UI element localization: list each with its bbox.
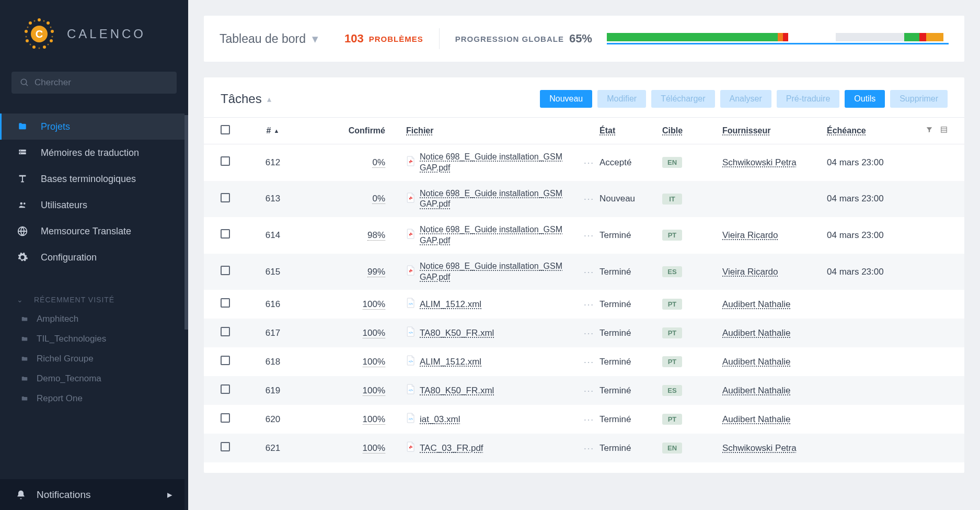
- table-row[interactable]: 618100%</>ALIM_1512.xml⋯TerminéPTAudiber…: [204, 347, 964, 376]
- télécharger-button[interactable]: Télécharger: [651, 90, 714, 108]
- column-state[interactable]: État: [599, 126, 662, 135]
- progress-segment: [926, 33, 943, 41]
- scrollbar-track[interactable]: [185, 0, 188, 510]
- row-confirm: 98%: [299, 230, 385, 241]
- target-badge: PT: [662, 414, 682, 425]
- row-checkbox[interactable]: [221, 298, 230, 308]
- row-confirm: 0%: [299, 194, 385, 204]
- file-cell[interactable]: </>ALIM_1512.xml: [406, 297, 579, 311]
- pré-traduire-button[interactable]: Pré-traduire: [777, 90, 839, 108]
- dashboard-title[interactable]: Tableau de bord ▾: [220, 32, 318, 46]
- column-file[interactable]: Fichier: [385, 126, 579, 135]
- file-cell[interactable]: </>iat_03.xml: [406, 412, 579, 426]
- recent-item[interactable]: TIL_Technologies: [0, 329, 188, 349]
- more-icon[interactable]: ⋯: [583, 157, 595, 168]
- row-confirm: 100%: [299, 299, 385, 310]
- row-checkbox[interactable]: [221, 229, 230, 239]
- svg-point-4: [51, 30, 54, 33]
- outils-button[interactable]: Outils: [845, 90, 885, 108]
- sidebar-item-users[interactable]: Utilisateurs: [0, 192, 188, 218]
- recent-item[interactable]: Richel Groupe: [0, 349, 188, 369]
- column-number[interactable]: #▲: [247, 126, 299, 135]
- column-deadline[interactable]: Échéance: [827, 126, 921, 135]
- table-row[interactable]: 61599%Notice 698_E_Guide installation_GS…: [204, 254, 964, 290]
- table-row[interactable]: 617100%</>TA80_K50_FR.xml⋯TerminéPTAudib…: [204, 319, 964, 347]
- select-all-checkbox[interactable]: [221, 125, 230, 134]
- column-confirm[interactable]: Confirmé: [299, 126, 385, 135]
- row-state: Terminé: [599, 299, 662, 310]
- drive-icon: [16, 147, 29, 158]
- file-cell[interactable]: Notice 698_E_Guide installation_GSM GAP.…: [406, 188, 579, 210]
- row-checkbox[interactable]: [221, 193, 230, 202]
- sidebar-item-gear[interactable]: Configuration: [0, 244, 188, 270]
- row-provider[interactable]: Audibert Nathalie: [722, 299, 827, 310]
- search-input[interactable]: [34, 77, 168, 88]
- file-icon: </>: [406, 355, 416, 369]
- file-icon: </>: [406, 297, 416, 311]
- file-cell[interactable]: </>TA80_K50_FR.xml: [406, 326, 579, 340]
- modifier-button[interactable]: Modifier: [597, 90, 646, 108]
- more-icon[interactable]: ⋯: [583, 193, 595, 205]
- table-row[interactable]: 6120%Notice 698_E_Guide installation_GSM…: [204, 144, 964, 181]
- recent-item[interactable]: Report One: [0, 389, 188, 409]
- row-provider[interactable]: Audibert Nathalie: [722, 386, 827, 396]
- file-cell[interactable]: Notice 698_E_Guide installation_GSM GAP.…: [406, 261, 579, 283]
- column-target[interactable]: Cible: [662, 126, 722, 135]
- more-icon[interactable]: ⋯: [583, 327, 595, 339]
- more-icon[interactable]: ⋯: [583, 230, 595, 241]
- file-cell[interactable]: </>TA80_K50_FR.xml: [406, 383, 579, 398]
- row-checkbox[interactable]: [221, 384, 230, 394]
- sidebar-item-globe[interactable]: Memsource Translate: [0, 218, 188, 244]
- sidebar-item-type[interactable]: Bases terminologiques: [0, 166, 188, 192]
- recent-header[interactable]: ⌄ RÉCEMMENT VISITÉ: [0, 290, 188, 309]
- file-cell[interactable]: TAC_03_FR.pdf: [406, 441, 579, 455]
- row-confirm: 100%: [299, 357, 385, 367]
- more-icon[interactable]: ⋯: [583, 414, 595, 425]
- more-icon[interactable]: ⋯: [583, 443, 595, 454]
- file-cell[interactable]: </>ALIM_1512.xml: [406, 355, 579, 369]
- recent-item[interactable]: Demo_Tecnoma: [0, 369, 188, 389]
- file-cell[interactable]: Notice 698_E_Guide installation_GSM GAP.…: [406, 224, 579, 246]
- svg-point-27: [24, 202, 26, 205]
- recent-item[interactable]: Amphitech: [0, 309, 188, 329]
- table-row[interactable]: 6130%Notice 698_E_Guide installation_GSM…: [204, 181, 964, 218]
- row-checkbox[interactable]: [221, 442, 230, 451]
- row-checkbox[interactable]: [221, 413, 230, 423]
- analyser-button[interactable]: Analyser: [720, 90, 771, 108]
- sidebar-item-drive[interactable]: Mémoires de traduction: [0, 140, 188, 166]
- sort-icon[interactable]: ▴: [267, 94, 271, 104]
- row-provider[interactable]: Audibert Nathalie: [722, 328, 827, 338]
- row-provider[interactable]: Schwikowski Petra: [722, 157, 827, 168]
- row-checkbox[interactable]: [221, 266, 230, 275]
- row-checkbox[interactable]: [221, 327, 230, 336]
- scrollbar-thumb[interactable]: [185, 115, 188, 330]
- folder-icon: [16, 121, 29, 132]
- more-icon[interactable]: ⋯: [583, 266, 595, 278]
- row-checkbox[interactable]: [221, 156, 230, 166]
- table-row[interactable]: 620100%</>iat_03.xml⋯TerminéPTAudibert N…: [204, 405, 964, 434]
- search-box[interactable]: [11, 72, 177, 94]
- row-provider[interactable]: Vieira Ricardo: [722, 230, 827, 241]
- row-checkbox[interactable]: [221, 356, 230, 365]
- svg-rect-29: [941, 127, 947, 133]
- row-provider[interactable]: Vieira Ricardo: [722, 267, 827, 277]
- row-provider[interactable]: Schwikowski Petra: [722, 443, 827, 454]
- problems-count[interactable]: 103 PROBLÈMES: [344, 32, 423, 46]
- row-provider[interactable]: Audibert Nathalie: [722, 357, 827, 367]
- sidebar-item-folder[interactable]: Projets: [0, 114, 188, 140]
- row-provider[interactable]: Audibert Nathalie: [722, 414, 827, 425]
- progress-segment: [778, 33, 783, 41]
- table-row[interactable]: 621100%TAC_03_FR.pdf⋯TerminéENSchwikowsk…: [204, 434, 964, 462]
- table-row[interactable]: 619100%</>TA80_K50_FR.xml⋯TerminéESAudib…: [204, 376, 964, 405]
- column-provider[interactable]: Fournisseur: [722, 126, 827, 135]
- supprimer-button[interactable]: Supprimer: [890, 90, 948, 108]
- file-cell[interactable]: Notice 698_E_Guide installation_GSM GAP.…: [406, 152, 579, 174]
- table-row[interactable]: 61498%Notice 698_E_Guide installation_GS…: [204, 217, 964, 254]
- more-icon[interactable]: ⋯: [583, 299, 595, 310]
- more-icon[interactable]: ⋯: [583, 356, 595, 368]
- more-icon[interactable]: ⋯: [583, 385, 595, 396]
- notifications-bar[interactable]: Notifications ▸: [0, 479, 188, 510]
- table-row[interactable]: 616100%</>ALIM_1512.xml⋯TerminéPTAudiber…: [204, 290, 964, 319]
- table-options[interactable]: [926, 126, 948, 136]
- nouveau-button[interactable]: Nouveau: [540, 90, 592, 108]
